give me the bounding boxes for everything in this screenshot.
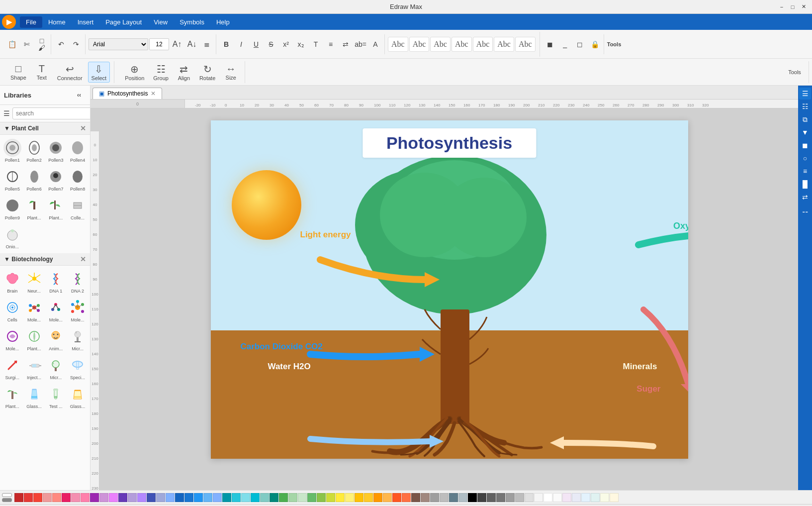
color-swatch[interactable] [109, 493, 118, 502]
lib-icon-surgi[interactable]: Surgi... [2, 354, 23, 382]
color-swatch[interactable] [591, 493, 600, 502]
lib-icon-pollen2[interactable]: Pollen2 [24, 137, 45, 165]
right-panel-btn-6[interactable]: ○ [799, 152, 811, 164]
lib-icon-pollen5[interactable]: Pollen5 [2, 166, 23, 194]
color-swatch[interactable] [43, 493, 52, 502]
color-swatch[interactable] [506, 493, 515, 502]
lib-icon-mole4[interactable]: Mole... [2, 325, 23, 353]
lib-icon-mole3[interactable]: Mole... [67, 297, 88, 324]
color-swatch[interactable] [477, 493, 486, 502]
color-swatch[interactable] [147, 493, 156, 502]
tab-close-button[interactable]: ✕ [151, 90, 156, 97]
group-button[interactable]: ☷ Group [150, 62, 172, 83]
lib-icon-colle[interactable]: Colle... [67, 195, 88, 222]
plant-cell-section[interactable]: ▼ Plant Cell ✕ [0, 122, 90, 135]
add-library-button[interactable]: ☰ [3, 107, 10, 120]
lib-icon-pollen4[interactable]: Pollen4 [67, 137, 88, 165]
color-swatch[interactable] [203, 493, 212, 502]
text-button[interactable]: T Text [32, 62, 52, 82]
color-swatch[interactable] [307, 493, 316, 502]
position-button[interactable]: ⊕ Position [121, 62, 148, 83]
style-preset-1[interactable]: Abc [388, 37, 408, 52]
color-swatch[interactable] [128, 493, 137, 502]
photosynthesis-tab[interactable]: ▣ Photosynthesis ✕ [92, 88, 162, 99]
color-swatch[interactable] [137, 493, 146, 502]
color-swatch[interactable] [421, 493, 430, 502]
lib-icon-onio[interactable]: Onio... [2, 223, 23, 251]
menu-file[interactable]: File [20, 16, 42, 28]
color-swatch[interactable] [260, 493, 269, 502]
lib-icon-plant1[interactable]: Plant... [24, 195, 45, 222]
lib-icon-pollen1[interactable]: Pollen1 [2, 137, 23, 165]
undo-button[interactable]: ↶ [54, 38, 68, 51]
color-swatch[interactable] [449, 493, 458, 502]
right-panel-btn-8[interactable]: █ [799, 178, 811, 190]
numbered-list-button[interactable]: ⇄ [339, 38, 353, 51]
right-panel-btn-10[interactable]: ⚋ [799, 204, 811, 216]
color-swatch[interactable] [175, 493, 184, 502]
color-swatch[interactable] [326, 493, 335, 502]
color-swatch[interactable] [62, 493, 71, 502]
select-button[interactable]: ⇩ Select [88, 62, 110, 83]
line-color-button[interactable]: ⎯ [558, 38, 572, 51]
lock-button[interactable]: 🔒 [588, 38, 602, 51]
color-swatch[interactable] [288, 493, 297, 502]
lib-icon-glass1[interactable]: Glass... [24, 383, 45, 411]
align-button[interactable]: ⇄ Align [174, 62, 194, 83]
color-swatch[interactable] [525, 493, 534, 502]
color-swatch[interactable] [251, 493, 260, 502]
size-button[interactable]: ↔ Size [221, 62, 241, 82]
fill-color-button[interactable]: ◼ [543, 38, 557, 51]
subscript-button[interactable]: x₂ [294, 38, 308, 51]
lib-icon-plant4[interactable]: Plant... [2, 383, 23, 411]
strikethrough-button[interactable]: S [264, 38, 278, 51]
right-panel-btn-4[interactable]: ▼ [799, 126, 811, 138]
lib-icon-pollen7[interactable]: Pollen7 [46, 166, 67, 194]
color-swatch[interactable] [194, 493, 203, 502]
lib-icon-dna1[interactable]: DNA 1 [46, 268, 67, 296]
color-swatch[interactable] [430, 493, 439, 502]
search-input[interactable] [12, 107, 90, 119]
color-swatch[interactable] [317, 493, 326, 502]
style-preset-6[interactable]: Abc [494, 37, 514, 52]
color-swatch[interactable] [99, 493, 108, 502]
minimize-button[interactable]: − [777, 2, 786, 11]
tools-button[interactable]: Tools [607, 38, 621, 51]
lib-icon-micr[interactable]: Micr... [67, 325, 88, 353]
color-swatch[interactable] [345, 493, 354, 502]
color-swatch[interactable] [534, 493, 543, 502]
lib-icon-brain[interactable]: Brain [2, 268, 23, 296]
lib-icon-anim[interactable]: Anim... [46, 325, 67, 353]
color-swatch[interactable] [392, 493, 401, 502]
menu-insert[interactable]: Insert [72, 16, 100, 28]
bold-button[interactable]: B [219, 38, 233, 51]
copy-button[interactable]: □ [35, 38, 49, 44]
tools-right-button[interactable]: Tools [785, 68, 805, 77]
canvas-frame[interactable]: Photosynthesis [211, 120, 688, 459]
font-increase-button[interactable]: A↑ [170, 38, 184, 51]
menu-home[interactable]: Home [42, 16, 72, 28]
maximize-button[interactable]: □ [788, 2, 797, 11]
right-panel-btn-1[interactable]: ☰ [799, 88, 811, 100]
plant-cell-close[interactable]: ✕ [80, 124, 86, 132]
text-color-button[interactable]: T [309, 38, 323, 51]
fg-color-swatch[interactable] [2, 493, 12, 497]
lib-icon-test[interactable]: Test ... [46, 383, 67, 411]
lib-icon-glass2[interactable]: Glass... [67, 383, 88, 411]
color-swatch[interactable] [355, 493, 363, 502]
style-preset-2[interactable]: Abc [409, 37, 430, 52]
color-swatch[interactable] [298, 493, 307, 502]
color-swatch[interactable] [373, 493, 382, 502]
biotechnology-close[interactable]: ✕ [80, 255, 86, 263]
format-painter-button[interactable]: 🖌 [35, 45, 49, 51]
color-swatch[interactable] [411, 493, 420, 502]
color-swatch[interactable] [553, 493, 562, 502]
text-align-button[interactable]: ≣ [200, 38, 214, 51]
color-swatch[interactable] [14, 493, 23, 502]
lib-icon-plant3[interactable]: Plant... [24, 325, 45, 353]
right-panel-btn-5[interactable]: ◼ [799, 139, 811, 151]
rotate-button[interactable]: ↻ Rotate [196, 62, 219, 83]
right-panel-btn-9[interactable]: ⇄ [799, 191, 811, 203]
font-decrease-button[interactable]: A↓ [185, 38, 199, 51]
color-swatch[interactable] [156, 493, 165, 502]
